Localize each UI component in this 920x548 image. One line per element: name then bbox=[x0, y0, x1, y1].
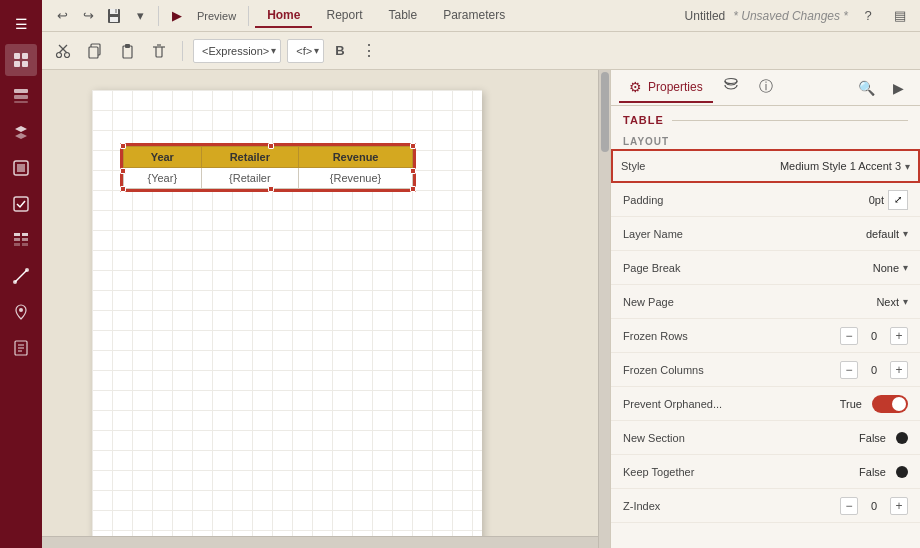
svg-point-21 bbox=[19, 308, 23, 312]
grid2-icon[interactable] bbox=[5, 224, 37, 256]
preview-button[interactable]: Preview bbox=[191, 4, 242, 28]
data-tab[interactable] bbox=[713, 71, 749, 104]
tab-table[interactable]: Table bbox=[377, 4, 430, 28]
panel-button[interactable]: ▤ bbox=[888, 4, 912, 28]
search-button[interactable]: 🔍 bbox=[852, 74, 880, 102]
redo-button[interactable]: ↪ bbox=[76, 4, 100, 28]
header-retailer[interactable]: Retailer bbox=[201, 147, 299, 168]
z-index-minus[interactable]: − bbox=[840, 497, 858, 515]
handle-br[interactable] bbox=[410, 186, 416, 192]
keep-together-dot[interactable] bbox=[896, 466, 908, 478]
properties-label: Properties bbox=[648, 80, 703, 94]
frozen-columns-property-row: Frozen Columns − 0 + bbox=[611, 353, 920, 387]
cell-revenue[interactable]: {Revenue} bbox=[299, 168, 413, 189]
delete-button[interactable] bbox=[146, 40, 172, 62]
svg-rect-2 bbox=[14, 61, 20, 67]
tab-parameters[interactable]: Parameters bbox=[431, 4, 517, 28]
layers-icon[interactable] bbox=[5, 116, 37, 148]
tab-report[interactable]: Report bbox=[314, 4, 374, 28]
z-index-property-row: Z-Index − 0 + bbox=[611, 489, 920, 523]
ribbon: <Expression> ▾ <f> ▾ B ⋮ bbox=[42, 32, 920, 70]
vertical-scrollbar[interactable] bbox=[598, 70, 610, 548]
svg-rect-29 bbox=[115, 9, 117, 13]
frozen-columns-minus[interactable]: − bbox=[840, 361, 858, 379]
section-title: TABLE bbox=[611, 106, 920, 130]
horizontal-scrollbar[interactable] bbox=[42, 536, 598, 548]
data-icon[interactable] bbox=[5, 80, 37, 112]
canvas-area[interactable]: Year Retailer Revenue {Year} {Retailer {… bbox=[42, 70, 610, 548]
header-year[interactable]: Year bbox=[124, 147, 202, 168]
new-section-dot[interactable] bbox=[896, 432, 908, 444]
svg-rect-4 bbox=[14, 89, 28, 93]
layer-name-chevron: ▾ bbox=[903, 228, 908, 239]
menu-icon[interactable]: ☰ bbox=[5, 8, 37, 40]
info-tab[interactable]: ⓘ bbox=[749, 72, 783, 104]
style-property-row: Style Medium Style 1 Accent 3 ▾ bbox=[611, 149, 920, 183]
svg-rect-10 bbox=[17, 164, 25, 172]
expression-dropdown[interactable]: <Expression> ▾ bbox=[193, 39, 281, 63]
frozen-rows-plus[interactable]: + bbox=[890, 327, 908, 345]
cut-button[interactable] bbox=[50, 40, 76, 62]
tab-bar: ↩ ↪ ▾ ▶ Preview Home Report Table Parame… bbox=[42, 0, 920, 32]
bold-button[interactable]: B bbox=[330, 40, 349, 61]
svg-rect-13 bbox=[22, 233, 28, 236]
cell-year[interactable]: {Year} bbox=[124, 168, 202, 189]
scroll-thumb[interactable] bbox=[601, 72, 609, 152]
new-section-value: False bbox=[743, 432, 908, 444]
more-button[interactable]: ⋮ bbox=[356, 38, 382, 63]
cell-retailer[interactable]: {Retailer bbox=[201, 168, 299, 189]
svg-rect-5 bbox=[14, 95, 28, 99]
header-revenue[interactable]: Revenue bbox=[299, 147, 413, 168]
chart-icon[interactable] bbox=[5, 260, 37, 292]
panel-content: TABLE LAYOUT Style Medium Style 1 Accent… bbox=[611, 106, 920, 548]
handle-bl[interactable] bbox=[120, 186, 126, 192]
panel-collapse-button[interactable]: ▶ bbox=[884, 74, 912, 102]
keep-together-label: Keep Together bbox=[623, 466, 743, 478]
svg-point-31 bbox=[65, 52, 70, 57]
page-break-value[interactable]: None ▾ bbox=[743, 262, 908, 274]
handle-bm[interactable] bbox=[268, 186, 274, 192]
handle-tr[interactable] bbox=[410, 143, 416, 149]
frozen-columns-plus[interactable]: + bbox=[890, 361, 908, 379]
component-icon[interactable] bbox=[5, 152, 37, 184]
table-container[interactable]: Year Retailer Revenue {Year} {Retailer {… bbox=[122, 145, 414, 190]
svg-point-19 bbox=[13, 280, 17, 284]
canvas-page: Year Retailer Revenue {Year} {Retailer {… bbox=[92, 90, 482, 548]
prevent-orphaned-toggle[interactable] bbox=[872, 395, 908, 413]
style-value[interactable]: Medium Style 1 Accent 3 ▾ bbox=[741, 160, 910, 172]
z-index-plus[interactable]: + bbox=[890, 497, 908, 515]
prevent-orphaned-property-row: Prevent Orphaned... True bbox=[611, 387, 920, 421]
paste-button[interactable] bbox=[114, 40, 140, 62]
handle-tm[interactable] bbox=[268, 143, 274, 149]
frozen-rows-minus[interactable]: − bbox=[840, 327, 858, 345]
check-icon[interactable] bbox=[5, 188, 37, 220]
handle-ml[interactable] bbox=[120, 168, 126, 174]
svg-point-39 bbox=[725, 79, 737, 84]
format-dropdown[interactable]: <f> ▾ bbox=[287, 39, 324, 63]
report-icon[interactable] bbox=[5, 332, 37, 364]
structure-icon[interactable] bbox=[5, 44, 37, 76]
padding-expand-button[interactable]: ⤢ bbox=[888, 190, 908, 210]
help-button[interactable]: ? bbox=[856, 4, 880, 28]
layer-name-value[interactable]: default ▾ bbox=[743, 228, 908, 240]
save-dropdown-button[interactable]: ▾ bbox=[128, 4, 152, 28]
z-index-stepper: − 0 + bbox=[840, 497, 908, 515]
new-page-property-row: New Page Next ▾ bbox=[611, 285, 920, 319]
tab-home[interactable]: Home bbox=[255, 4, 312, 28]
keep-together-value: False bbox=[743, 466, 908, 478]
svg-rect-6 bbox=[14, 101, 28, 103]
handle-tl[interactable] bbox=[120, 143, 126, 149]
run-button[interactable]: ▶ bbox=[165, 4, 189, 28]
copy-button[interactable] bbox=[82, 40, 108, 62]
new-page-value[interactable]: Next ▾ bbox=[743, 296, 908, 308]
save-button[interactable] bbox=[102, 4, 126, 28]
svg-point-20 bbox=[25, 268, 29, 272]
unsaved-label: * Unsaved Changes * bbox=[733, 9, 848, 23]
handle-mr[interactable] bbox=[410, 168, 416, 174]
properties-tab[interactable]: ⚙ Properties bbox=[619, 73, 713, 103]
new-page-chevron: ▾ bbox=[903, 296, 908, 307]
divider-2 bbox=[248, 6, 249, 26]
undo-button[interactable]: ↩ bbox=[50, 4, 74, 28]
padding-value: 0pt ⤢ bbox=[743, 190, 908, 210]
location-icon[interactable] bbox=[5, 296, 37, 328]
